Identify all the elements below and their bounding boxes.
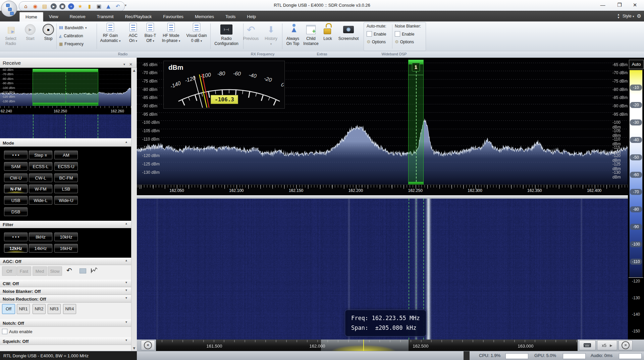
tab-recplayback[interactable]: Rec/Playback (119, 12, 157, 21)
palette-auto-button[interactable]: Auto (629, 60, 644, 69)
palette-chip--110[interactable]: -110 (630, 259, 642, 265)
mini-spectrum[interactable]: -60 dBm-70 dBm-80 dBm-90 dBm-100 dBm-110… (0, 68, 131, 108)
palette-chip--20[interactable]: -20 (630, 102, 642, 108)
mode-button-[interactable]: • • • (4, 151, 28, 159)
agc-monitor-icon[interactable] (79, 268, 86, 273)
palette-chip--10[interactable]: -10 (630, 85, 642, 91)
start-button[interactable]: ▶ Start (21, 23, 39, 41)
noise-reduction-section-header[interactable]: Noise Reduction: Off▾ (0, 295, 131, 303)
mode-button-cwu[interactable]: CW-U (4, 173, 28, 182)
notch-auto-enable-checkbox[interactable]: Auto enable (2, 329, 32, 334)
mode-button-wfm[interactable]: W-FM (29, 185, 52, 193)
palette-chip--80[interactable]: -80 (630, 206, 642, 212)
marker-badge[interactable]: 1 (412, 63, 420, 71)
spectrum-frequency-scale[interactable]: 162.050162.100162.150162.200162.250162.3… (137, 185, 628, 196)
mode-button-widel[interactable]: Wide-L (29, 196, 52, 205)
palette-chip--100[interactable]: -100 (630, 241, 642, 247)
ribbon-dropdown-rf-gain[interactable]: RF GainAutomatic ▾ (99, 23, 122, 44)
filter-button-12khz[interactable]: 12kHz (4, 244, 28, 253)
cw-section-header[interactable]: CW: Off▾ (0, 280, 131, 287)
ribbon-dropdown-hf-mode[interactable]: HF ModeIn-phase ▾ (160, 23, 182, 44)
mode-button-cwl[interactable]: CW-L (29, 173, 52, 182)
agc-section-header[interactable]: AGC: Off▴ (0, 258, 131, 265)
nav-zoom-button[interactable]: x5▶ (597, 340, 617, 350)
nr-button-off[interactable]: Off (2, 304, 15, 314)
mode-button-sam[interactable]: SAM (4, 162, 28, 171)
dropdown-value[interactable]: 0 dB ▾ (185, 38, 208, 44)
notch-section-header[interactable]: Notch: Off▾ (0, 319, 131, 327)
tab-help[interactable]: Help (241, 12, 262, 21)
history-button[interactable]: ⬇ History▾ (262, 23, 280, 47)
mode-button-am[interactable]: AM (54, 151, 78, 159)
filter-button-16khz[interactable]: 16kHz (54, 244, 78, 253)
agc-button-med[interactable]: Med (33, 266, 47, 276)
tuning-marker[interactable]: 1 (408, 60, 424, 186)
tab-transmit[interactable]: Transmit (91, 12, 119, 21)
bandwidth-button[interactable]: ‖‖Bandwidth▾ (59, 24, 96, 32)
mode-button-dsb[interactable]: DSB (4, 207, 28, 216)
style-menu[interactable]: Style ▾ (623, 14, 634, 18)
ribbon-dropdown-visual-gain[interactable]: Visual Gain0 dB ▾ (185, 23, 208, 44)
filter-section-header[interactable]: Filter▴ (0, 221, 131, 228)
mini-selection-region[interactable] (33, 69, 98, 106)
minimize-button[interactable]: — (595, 0, 610, 10)
nr-button-nr3[interactable]: NR3 (48, 304, 61, 314)
spinner-icon[interactable]: ▲▼ (617, 13, 620, 19)
agc-undo-icon[interactable]: ↶ (66, 266, 72, 274)
agc-button-off[interactable]: Off (2, 266, 16, 276)
mode-button-wideu[interactable]: Wide-U (54, 196, 78, 205)
lock-button[interactable]: Lock (321, 23, 335, 41)
receive-panel-header[interactable]: Receive ▾ ✕ (0, 58, 137, 68)
panel-scrollbar[interactable]: ▲ ▼ (131, 68, 137, 351)
palette-chip--70[interactable]: -70 (630, 189, 642, 195)
mode-button-nfm[interactable]: N-FM (4, 185, 28, 193)
dropdown-value[interactable]: On ▾ (124, 38, 143, 44)
always-on-top-button[interactable]: ▲ Always On Top (284, 23, 302, 46)
previous-button[interactable]: ↶ Previous (242, 23, 260, 41)
ribbon-dropdown-agc[interactable]: AGCOn ▾ (124, 23, 143, 44)
dropdown-value[interactable]: Automatic ▾ (99, 38, 122, 44)
nr-button-nr1[interactable]: NR1 (17, 304, 30, 314)
tab-receive[interactable]: Receive (64, 12, 91, 21)
palette-chip--50[interactable]: -50 (630, 154, 642, 160)
nav-page-right-button[interactable]: » (619, 340, 633, 350)
close-button[interactable]: ✕ (627, 0, 643, 10)
settings-gear-icon[interactable]: ⚙ (637, 13, 641, 19)
dropdown-value[interactable]: Off ▾ (141, 38, 160, 44)
noise-blanker-enable-checkbox[interactable]: Enable (395, 31, 421, 37)
mode-button-ecssu[interactable]: ECSS-U (54, 162, 78, 171)
frequency-button[interactable]: ▦Frequency (59, 40, 96, 48)
maximize-button[interactable]: ❐ (612, 0, 627, 10)
agc-graph-icon[interactable] (91, 267, 98, 274)
select-radio-button[interactable]: ▤▶ Select Radio (2, 23, 19, 46)
auto-mute-options-button[interactable]: ⚙Options (367, 39, 386, 44)
filter-button-8khz[interactable]: 8kHz (29, 233, 52, 241)
auto-mute-enable-checkbox[interactable]: Enable (367, 31, 386, 37)
app-menu-button[interactable] (1, 1, 17, 17)
nav-page-left-button[interactable]: « (141, 340, 155, 350)
tab-memories[interactable]: Memories (189, 12, 220, 21)
filter-button-[interactable]: • • • (4, 233, 28, 241)
noise-blanker-options-button[interactable]: ⚙Options (395, 39, 421, 44)
palette-chip--90[interactable]: -90 (630, 224, 642, 230)
calibration-button[interactable]: ◭Calibration (59, 32, 96, 40)
nav-keyboard-button[interactable] (579, 340, 596, 350)
stop-button[interactable]: ■ Stop (40, 23, 57, 41)
filter-button-10khz[interactable]: 10kHz (54, 233, 78, 241)
nr-button-nr4[interactable]: NR4 (63, 304, 76, 314)
nr-button-nr2[interactable]: NR2 (33, 304, 46, 314)
agc-button-fast[interactable]: Fast (17, 266, 31, 276)
radio-configuration-button[interactable]: ⊦⊣ Radio Configuration (212, 23, 241, 46)
mode-button-ecssl[interactable]: ECSS-L (29, 162, 52, 171)
palette-chip--30[interactable]: -30 (630, 119, 642, 125)
tab-favourites[interactable]: Favourites (157, 12, 189, 21)
scroll-down-icon[interactable]: ▼ (131, 346, 137, 351)
tab-home[interactable]: Home (19, 12, 43, 22)
scroll-up-icon[interactable]: ▲ (131, 68, 137, 73)
band-ruler[interactable]: 161.500162.000162.500163.000 (156, 340, 578, 351)
ribbon-dropdown-bias-t[interactable]: Bias-TOff ▾ (141, 23, 160, 44)
screenshot-button[interactable]: Screenshot (336, 23, 361, 41)
mode-button-usb[interactable]: USB (4, 196, 28, 205)
tab-tools[interactable]: Tools (220, 12, 241, 21)
noise-blanker-section-header[interactable]: Noise Blanker: Off▾ (0, 288, 131, 295)
